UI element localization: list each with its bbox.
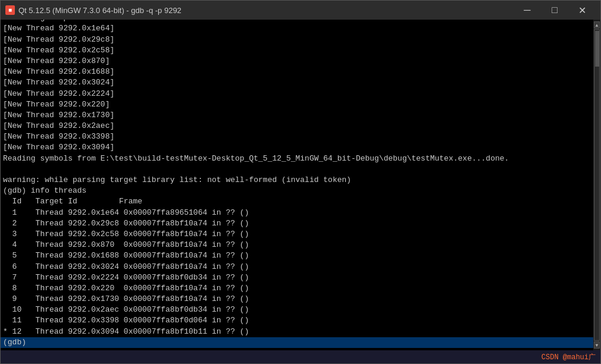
terminal-line: (gdb) info threads [3,186,86,195]
terminal-line: [New Thread 9292.0x3398] [3,132,114,141]
scroll-up-button[interactable]: ▲ [594,21,600,29]
terminal-line: 7 Thread 9292.0x2224 0x00007ffa8bf0db34 … [3,273,249,282]
status-bar: CSDN @mahui广 [1,350,600,363]
terminal-line: Attaching to process 9292 [3,20,119,22]
terminal-line: * 12 Thread 9292.0x3094 0x00007ffa8bf10b… [3,327,249,336]
terminal-line: 6 Thread 9292.0x3024 0x00007ffa8bf10a74 … [3,262,249,271]
terminal-line: [New Thread 9292.0x2aec] [3,121,114,130]
terminal-line: 1 Thread 9292.0x1e64 0x00007ffa89651064 … [3,208,249,217]
terminal-line: 5 Thread 9292.0x1688 0x00007ffa8bf10a74 … [3,251,249,260]
scrollbar-track[interactable] [594,29,600,341]
terminal-line: Reading symbols from E:\test\build-testM… [3,154,509,163]
terminal-line: Id Target Id Frame [3,197,142,206]
terminal-line: 10 Thread 9292.0x2aec 0x00007ffa8bf0db34… [3,305,249,314]
title-bar-left: ■ Qt 5.12.5 (MinGW 7.3.0 64-bit) - gdb -… [5,5,181,15]
terminal-line: 3 Thread 9292.0x2c58 0x00007ffa8bf10a74 … [3,230,249,239]
terminal-line: [New Thread 9292.0x1e64] [3,24,114,33]
terminal-line: [New Thread 9292.0x29c8] [3,35,114,44]
terminal-line: [New Thread 9292.0x1730] [3,111,114,120]
app-icon-label: ■ [8,7,12,14]
terminal-line: [New Thread 9292.0x3024] [3,78,114,87]
terminal-line: 11 Thread 9292.0x3398 0x00007ffa8bf0d064… [3,316,249,325]
terminal-line: 9 Thread 9292.0x1730 0x00007ffa8bf10a74 … [3,294,249,303]
terminal-line: [New Thread 9292.0x870] [3,57,109,65]
app-icon: ■ [5,5,15,15]
terminal-line: warning: while parsing target library li… [3,175,351,184]
title-bar: ■ Qt 5.12.5 (MinGW 7.3.0 64-bit) - gdb -… [1,1,600,20]
minimize-button[interactable]: ─ [514,1,541,20]
title-bar-controls: ─ □ ✕ [514,1,596,20]
terminal-line: [New Thread 9292.0x3094] [3,143,114,152]
status-text: CSDN @mahui广 [541,352,596,362]
terminal-line: [New Thread 9292.0x2c58] [3,46,114,55]
terminal-line: 2 Thread 9292.0x29c8 0x00007ffa8bf10a74 … [3,219,249,228]
main-window: ■ Qt 5.12.5 (MinGW 7.3.0 64-bit) - gdb -… [0,0,601,364]
scroll-down-button[interactable]: ▼ [594,341,600,349]
terminal-output[interactable]: D:\Qt\Qt5.12.5\5.12.5\mingw73_64>gdb -q … [1,20,593,350]
terminal-line: 4 Thread 9292.0x870 0x00007ffa8bf10a74 i… [3,240,249,249]
terminal-line-highlighted: (gdb) [1,337,593,348]
window-title: Qt 5.12.5 (MinGW 7.3.0 64-bit) - gdb -q … [18,6,181,15]
terminal-line: [New Thread 9292.0x2224] [3,89,114,98]
maximize-button[interactable]: □ [541,1,568,20]
terminal-line: [New Thread 9292.0x1688] [3,67,114,76]
scrollbar-thumb[interactable] [595,31,600,67]
close-button[interactable]: ✕ [568,1,596,20]
terminal-body: D:\Qt\Qt5.12.5\5.12.5\mingw73_64>gdb -q … [1,20,600,350]
terminal-line: [New Thread 9292.0x220] [3,100,109,109]
terminal-line: 8 Thread 9292.0x220 0x00007ffa8bf10a74 i… [3,284,249,293]
scrollbar[interactable]: ▲ ▼ [593,20,600,350]
